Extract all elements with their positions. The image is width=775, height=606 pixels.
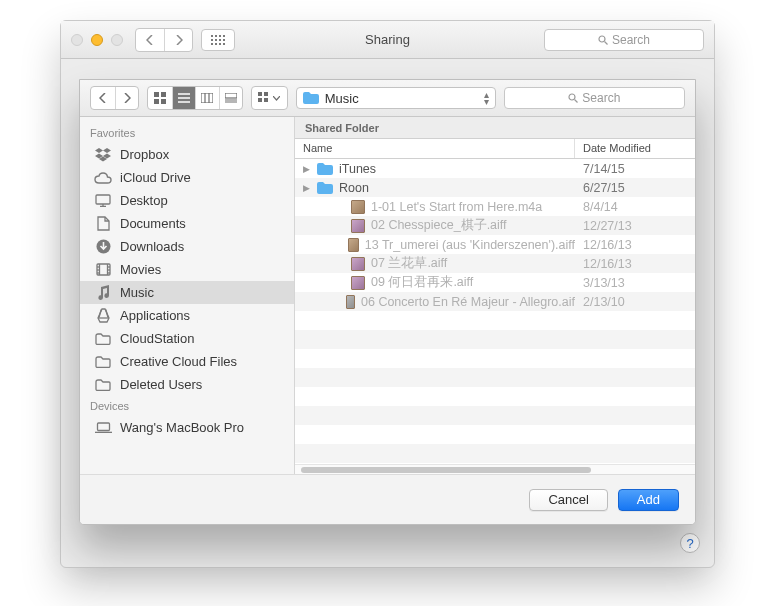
svg-rect-16 [154,99,159,104]
column-view-button[interactable] [195,87,219,109]
help-button[interactable]: ? [680,533,700,553]
desktop-icon [94,194,112,207]
svg-rect-21 [201,93,213,103]
downloads-icon [94,239,112,254]
sidebar-group-label: Devices [80,396,294,416]
icon-view-button[interactable] [148,87,171,109]
file-row[interactable]: ▶Roon6/27/15 [295,178,695,197]
cancel-button[interactable]: Cancel [529,489,607,511]
svg-rect-15 [161,92,166,97]
empty-row [295,406,695,425]
sidebar-item-dropbox[interactable]: Dropbox [80,143,294,166]
back-button[interactable] [136,29,164,51]
parent-titlebar: Sharing Search [61,21,714,59]
scrollbar-thumb[interactable] [301,467,591,473]
svg-rect-29 [258,98,262,102]
back-button[interactable] [91,87,115,109]
disclosure-triangle[interactable]: ▶ [301,183,311,193]
folder-icon [317,180,333,196]
location-popup[interactable]: Music ▴▾ [296,87,496,109]
file-date: 3/13/13 [575,276,695,290]
forward-button[interactable] [115,87,139,109]
svg-rect-17 [161,99,166,104]
zoom-window-button[interactable] [111,34,123,46]
audio-file-icon [351,200,365,214]
file-name: 1-01 Let's Start from Here.m4a [371,200,542,214]
file-row: 1-01 Let's Start from Here.m4a8/4/14 [295,197,695,216]
file-name: 09 何日君再来.aiff [371,274,473,291]
svg-rect-8 [211,43,213,45]
audio-file-icon [351,276,365,290]
svg-rect-49 [97,423,109,431]
sidebar-item-deleted-users[interactable]: Deleted Users [80,373,294,396]
sheet-search-field[interactable]: Search [504,87,685,109]
add-button[interactable]: Add [618,489,679,511]
svg-rect-14 [154,92,159,97]
search-placeholder: Search [612,33,650,47]
nav-back-forward [135,28,193,52]
folder-icon [94,379,112,391]
empty-row [295,349,695,368]
close-window-button[interactable] [71,34,83,46]
sidebar-item-label: Desktop [120,193,168,208]
svg-rect-1 [215,35,217,37]
sidebar-item-wang-s-macbook-pro[interactable]: Wang's MacBook Pro [80,416,294,439]
sidebar-item-documents[interactable]: Documents [80,212,294,235]
arrange-button[interactable] [252,87,286,109]
file-name: 13 Tr_umerei (aus 'Kinderszenen').aiff [365,238,575,252]
laptop-icon [94,422,112,433]
sidebar-item-cloudstation[interactable]: CloudStation [80,327,294,350]
sidebar-item-creative-cloud-files[interactable]: Creative Cloud Files [80,350,294,373]
show-all-button[interactable] [201,29,235,51]
documents-icon [94,216,112,231]
column-date-modified[interactable]: Date Modified [575,139,695,158]
minimize-window-button[interactable] [91,34,103,46]
file-date: 7/14/15 [575,162,695,176]
file-list[interactable]: ▶iTunes7/14/15▶Roon6/27/151-01 Let's Sta… [295,159,695,464]
search-icon [598,35,608,45]
sidebar[interactable]: FavoritesDropboxiCloud DriveDesktopDocum… [80,117,295,474]
nav-segment [90,86,139,110]
empty-row [295,444,695,463]
file-date: 12/16/13 [575,257,695,271]
empty-row [295,368,695,387]
sidebar-item-label: Dropbox [120,147,169,162]
file-date: 2/13/10 [575,295,695,309]
updown-arrows-icon: ▴▾ [484,91,489,105]
forward-button[interactable] [164,29,192,51]
svg-rect-5 [215,39,217,41]
file-row[interactable]: ▶iTunes7/14/15 [295,159,695,178]
column-name[interactable]: Name [295,139,575,158]
sidebar-item-music[interactable]: Music [80,281,294,304]
sidebar-item-applications[interactable]: Applications [80,304,294,327]
arrange-segment [251,86,287,110]
prefs-search-field[interactable]: Search [544,29,704,51]
sidebar-item-desktop[interactable]: Desktop [80,189,294,212]
sidebar-group-label: Favorites [80,123,294,143]
sidebar-item-label: iCloud Drive [120,170,191,185]
music-icon [94,285,112,300]
sidebar-item-movies[interactable]: Movies [80,258,294,281]
file-row: 07 兰花草.aiff12/16/13 [295,254,695,273]
chevron-down-icon [273,96,280,101]
sidebar-item-downloads[interactable]: Downloads [80,235,294,258]
horizontal-scrollbar[interactable] [295,464,695,474]
disclosure-triangle[interactable]: ▶ [301,164,311,174]
svg-rect-0 [211,35,213,37]
sidebar-item-label: Deleted Users [120,377,202,392]
svg-rect-2 [219,35,221,37]
list-view-button[interactable] [172,87,196,109]
search-icon [568,93,578,103]
folder-icon [94,356,112,368]
svg-rect-27 [258,92,262,96]
svg-point-12 [599,36,605,42]
svg-rect-30 [264,98,268,102]
sidebar-item-label: Downloads [120,239,184,254]
coverflow-view-button[interactable] [219,87,243,109]
sidebar-item-icloud-drive[interactable]: iCloud Drive [80,166,294,189]
sheet-footer: Cancel Add [80,474,695,524]
file-date: 12/16/13 [575,238,695,252]
empty-row [295,311,695,330]
file-date: 8/4/14 [575,200,695,214]
window-controls [71,34,123,46]
